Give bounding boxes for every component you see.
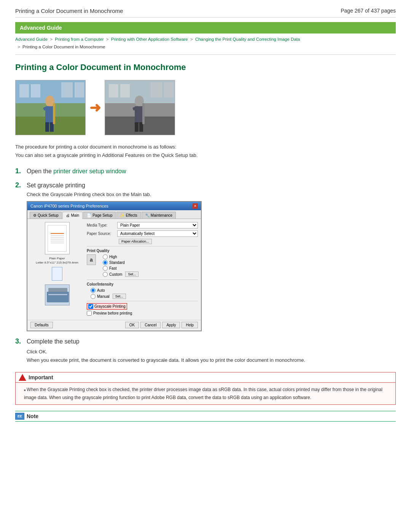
breadcrumb-current: Printing a Color Document in Monochrome [22, 45, 105, 49]
preview-checkbox[interactable] [87, 311, 92, 316]
ok-button[interactable]: OK [125, 322, 139, 328]
separator-3 [87, 301, 198, 301]
quality-high-label: High [109, 255, 117, 259]
tab-page-setup-icon: 📄 [87, 213, 91, 217]
color-intensity-label: Color/Intensity [87, 282, 198, 286]
printer-dialog[interactable]: Canon iP4700 series Printing Preferences… [27, 201, 202, 331]
quality-icon: a [87, 254, 96, 265]
quality-high-radio[interactable] [103, 254, 108, 259]
tab-page-setup[interactable]: 📄 Page Setup [83, 212, 116, 219]
step-2-body: Check the Grayscale Printing check box o… [27, 192, 396, 331]
printer-slot [48, 294, 67, 295]
intensity-set-button[interactable]: Set... [113, 294, 126, 299]
paper-preview [45, 222, 70, 254]
step-3-body: Click OK. When you execute print, the do… [27, 348, 396, 364]
quality-fast-radio[interactable] [103, 266, 108, 271]
printer-icon [45, 284, 70, 305]
svg-rect-11 [45, 122, 49, 132]
tab-page-setup-label: Page Setup [92, 213, 112, 217]
important-triangle-icon [19, 374, 26, 381]
step-3-header: 3. Complete the setup [15, 337, 396, 345]
intensity-auto-radio[interactable] [91, 288, 96, 293]
breadcrumb-sep-2: > [106, 37, 110, 42]
mono-document-image [105, 80, 175, 135]
paper-line-1 [51, 235, 64, 236]
step-3-click-ok: Click OK. [27, 348, 396, 356]
paper-line-2 [51, 237, 64, 238]
quality-standard-row: Standard [103, 260, 139, 265]
defaults-button[interactable]: Defaults [30, 322, 53, 328]
paper-lines [51, 233, 64, 243]
dialog-titlebar: Canon iP4700 series Printing Preferences… [27, 202, 201, 210]
note-book-icon: EE [15, 413, 24, 420]
main-title: Printing a Color Document in Monochrome [15, 62, 396, 72]
quality-standard-radio[interactable] [103, 260, 108, 265]
paper-source-select[interactable]: Automatically Select [117, 230, 198, 237]
important-label: Important [29, 374, 53, 380]
paper-source-label: Paper Source: [87, 232, 117, 236]
grayscale-highlight: Grayscale Printing [87, 303, 127, 310]
tab-quick-setup-icon: ⚙ [33, 213, 37, 217]
step-2-header: 2. Set grayscale printing [15, 181, 396, 189]
tab-effects-icon: ✨ [120, 213, 124, 217]
tab-effects[interactable]: ✨ Effects [116, 212, 140, 219]
preview-label: Preview before printing [93, 311, 132, 315]
quality-set-button[interactable]: Set... [125, 272, 139, 277]
important-header: Important [16, 372, 395, 383]
media-type-label: Media Type: [87, 223, 117, 227]
quality-custom-radio[interactable] [103, 272, 108, 277]
breadcrumb-printing-from-computer[interactable]: Printing from a Computer [55, 37, 104, 42]
quality-high-row: High [103, 254, 139, 259]
image-section: ➜ [15, 80, 396, 135]
step-1: 1. Open the printer driver setup window [15, 167, 396, 175]
breadcrumb-sep-3: > [190, 37, 194, 42]
apply-button[interactable]: Apply [162, 322, 180, 328]
print-quality-area: a High Standard Fast [87, 254, 198, 278]
step-2: 2. Set grayscale printing Check the Gray… [15, 181, 396, 331]
step-1-title: Open the printer driver setup window [27, 168, 126, 175]
paper-allocation-row: Paper Allocation... [87, 239, 198, 244]
svg-rect-18 [151, 82, 162, 97]
grayscale-label: Grayscale Printing [94, 304, 126, 308]
breadcrumb-changing-quality[interactable]: Changing the Print Quality and Correctin… [195, 37, 300, 42]
tab-quick-setup[interactable]: ⚙ Quick Setup [30, 212, 62, 219]
important-text: When the Grayscale Printing check box is… [24, 386, 391, 401]
help-button[interactable]: Help [182, 322, 198, 328]
intensity-manual-label: Manual [97, 294, 110, 299]
paper-inner [48, 225, 67, 252]
intensity-auto-label: Auto [97, 288, 105, 292]
paper-allocation-button[interactable]: Paper Allocation... [119, 239, 152, 244]
dialog-close-button[interactable]: ✕ [193, 203, 198, 209]
printer-base [47, 292, 69, 302]
breadcrumb-advanced-guide[interactable]: Advanced Guide [15, 37, 48, 42]
page-header: Printing a Color Document in Monochrome … [15, 8, 396, 18]
cancel-button[interactable]: Cancel [140, 322, 161, 328]
grayscale-row: Grayscale Printing [87, 303, 198, 310]
page-number: Page 267 of 437 pages [341, 8, 396, 14]
preview-row: Preview before printing [87, 311, 198, 316]
svg-rect-27 [142, 103, 145, 124]
paper-line-5 [51, 243, 64, 243]
step-2-number: 2. [15, 181, 24, 189]
intensity-manual-row: Manual Set... [91, 294, 198, 299]
svg-rect-17 [120, 84, 130, 97]
printer-driver-setup-link[interactable]: printer driver setup window [53, 168, 126, 174]
quality-radio-group: High Standard Fast Custom Set... [103, 254, 139, 278]
grayscale-checkbox[interactable] [88, 304, 93, 309]
banner-label: Advanced Guide [20, 25, 62, 31]
arrow-icon: ➜ [89, 100, 101, 116]
intensity-manual-radio[interactable] [91, 294, 96, 299]
breadcrumb-printing-other-apps[interactable]: Printing with Other Application Software [111, 37, 188, 42]
step-1-number: 1. [15, 167, 24, 175]
media-type-select[interactable]: Plain Paper [117, 222, 198, 228]
quality-fast-label: Fast [109, 266, 116, 270]
tab-maintenance[interactable]: 🔧 Maintenance [142, 212, 176, 219]
step-3-result: When you execute print, the document is … [27, 356, 396, 364]
tab-quick-setup-label: Quick Setup [38, 213, 58, 217]
separator-1 [87, 246, 198, 246]
important-box: Important When the Grayscale Printing ch… [15, 372, 396, 405]
svg-rect-2 [19, 84, 29, 97]
note-header: EE Note [15, 411, 396, 422]
breadcrumb-sep-4: > [16, 45, 21, 49]
tab-main[interactable]: 🖨 Main [62, 212, 83, 219]
